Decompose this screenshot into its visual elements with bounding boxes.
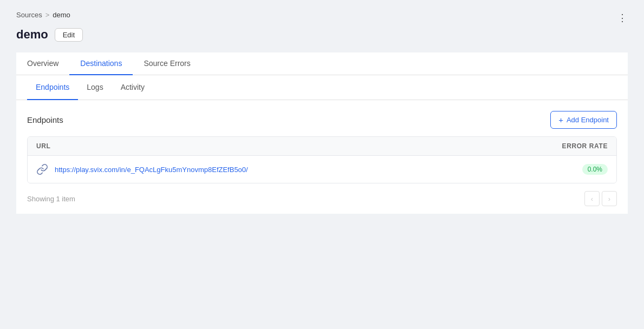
error-rate-badge: 0.0% [582, 164, 608, 175]
top-tabs: Overview Destinations Source Errors [16, 52, 628, 75]
sub-tab-logs[interactable]: Logs [78, 75, 112, 100]
row-error-rate-cell: 0.0% [554, 164, 608, 175]
endpoints-header: Endpoints + Add Endpoint [16, 100, 628, 136]
breadcrumb: Sources > demo [16, 11, 628, 19]
sub-tab-activity[interactable]: Activity [112, 75, 153, 100]
breadcrumb-parent[interactable]: Sources [16, 11, 42, 19]
plus-icon: + [558, 115, 563, 124]
content-card: Overview Destinations Source Errors Endp… [16, 52, 628, 214]
pagination-next[interactable]: › [602, 191, 617, 206]
add-endpoint-label: Add Endpoint [567, 116, 609, 124]
tab-source-errors[interactable]: Source Errors [133, 52, 201, 75]
page-title: demo [16, 28, 48, 42]
pagination: ‹ › [584, 191, 617, 206]
breadcrumb-separator: > [45, 11, 50, 19]
edit-button[interactable]: Edit [55, 28, 83, 42]
endpoints-table: URL ERROR RATE https://play.svix.com/in/… [27, 136, 617, 183]
add-endpoint-button[interactable]: + Add Endpoint [550, 111, 617, 129]
endpoint-url[interactable]: https://play.svix.com/in/e_FQAcLgFku5mYn… [55, 166, 248, 174]
row-url-cell: https://play.svix.com/in/e_FQAcLgFku5mYn… [36, 163, 554, 175]
endpoints-section-title: Endpoints [27, 115, 63, 124]
more-options-button[interactable]: ⋮ [617, 12, 628, 24]
table-row[interactable]: https://play.svix.com/in/e_FQAcLgFku5mYn… [28, 156, 616, 183]
column-error-rate: ERROR RATE [554, 142, 608, 150]
table-header: URL ERROR RATE [28, 137, 616, 156]
sub-tabs: Endpoints Logs Activity [16, 75, 628, 100]
breadcrumb-current: demo [53, 11, 70, 19]
webhook-icon [36, 163, 48, 175]
tab-overview[interactable]: Overview [16, 52, 69, 75]
table-footer: Showing 1 item ‹ › [16, 183, 628, 214]
showing-label: Showing 1 item [27, 195, 75, 203]
pagination-prev[interactable]: ‹ [584, 191, 600, 206]
tab-destinations[interactable]: Destinations [69, 52, 133, 75]
column-url: URL [36, 142, 554, 150]
title-row: demo Edit [16, 28, 628, 42]
sub-tab-endpoints[interactable]: Endpoints [27, 75, 78, 100]
